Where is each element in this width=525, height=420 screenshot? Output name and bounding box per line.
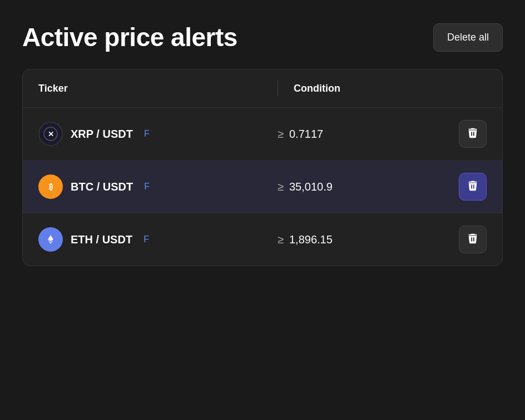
xrp-delete-button[interactable] [459,120,487,148]
ticker-cell-eth: ETH / USDT F [38,227,278,252]
btc-condition: ≥ 35,010.9 [278,181,459,193]
trash-icon [467,127,479,141]
trash-icon [467,232,479,247]
table-row: ETH / USDT F ≥ 1,896.15 [23,213,502,266]
condition-column-header: Condition [294,83,487,94]
table-row: ✕ XRP / USDT F ≥ 0.7117 [23,108,502,161]
xrp-condition-value: 0.7117 [289,128,323,141]
eth-condition-value: 1,896.15 [289,233,333,246]
eth-condition-symbol: ≥ [278,233,284,246]
xrp-ticker-tag: F [144,129,150,139]
ticker-cell-xrp: ✕ XRP / USDT F [38,122,278,146]
svg-text:₿: ₿ [49,182,53,191]
xrp-condition: ≥ 0.7117 [278,128,459,141]
btc-delete-button[interactable] [459,173,487,201]
table-row: ₿ BTC / USDT F ≥ 35,010.9 [23,161,502,213]
btc-condition-symbol: ≥ [278,181,284,193]
eth-ticker-name: ETH / USDT [71,233,132,246]
delete-all-button[interactable]: Delete all [433,23,503,52]
xrp-condition-symbol: ≥ [278,128,284,141]
column-divider [278,81,278,96]
eth-condition: ≥ 1,896.15 [278,233,459,246]
eth-coin-icon [38,227,63,252]
btc-ticker-tag: F [144,182,150,192]
btc-condition-value: 35,010.9 [289,181,333,193]
eth-delete-button[interactable] [459,226,487,253]
btc-coin-icon: ₿ [38,174,63,199]
table-header: Ticker Condition [23,69,502,108]
svg-text:✕: ✕ [48,130,54,138]
eth-ticker-tag: F [143,234,149,244]
alerts-table: Ticker Condition ✕ XRP / USDT F ≥ 0.7117 [22,69,503,266]
ticker-column-header: Ticker [38,83,278,94]
trash-icon [467,179,479,194]
btc-ticker-name: BTC / USDT [71,181,133,193]
ticker-cell-btc: ₿ BTC / USDT F [38,174,278,199]
xrp-coin-icon: ✕ [38,122,63,146]
page-header: Active price alerts Delete all [22,22,503,52]
xrp-ticker-name: XRP / USDT [71,128,133,141]
page-title: Active price alerts [22,22,237,52]
